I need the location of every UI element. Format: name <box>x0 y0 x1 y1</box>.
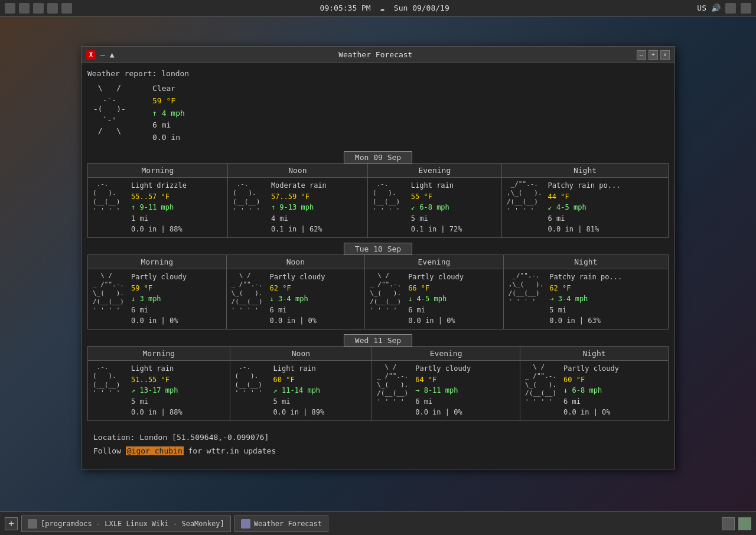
current-visibility: 6 mi <box>152 119 185 132</box>
window-restore-btn[interactable]: + <box>649 50 658 60</box>
app-icon-2[interactable] <box>19 3 30 14</box>
ascii-0-night: _/"".-. ,\_( ). /(__(__) ' ' ' ' <box>507 180 542 215</box>
current-ascii: \ / .-. -( )- `-' / \ <box>93 83 141 136</box>
col-noon-2: Noon <box>230 346 372 360</box>
data-2-evening: Partly cloudy 64 °F → 8-11 mph 6 mi 0.0 … <box>415 363 471 418</box>
col-morning-2: Morning <box>88 346 230 360</box>
cell-1-evening: \ / _ /"".-. \_( ). /(__(__) ' ' ' ' Par… <box>365 269 504 329</box>
window-footer: Location: London [51.509648,-0.099076] F… <box>87 426 669 463</box>
bottom-taskbar: + [programdocs - LXLE Linux Wiki - SeaMo… <box>0 511 756 535</box>
desktop-switcher <box>722 517 751 530</box>
col-night-1: Night <box>503 255 668 269</box>
power-icon[interactable] <box>741 3 751 14</box>
forecast-row-1: \ / _ /"".-. \_( ). /(__(__) ' ' ' ' Par… <box>88 269 669 329</box>
day-label-wrap-0: Mon 09 Sep <box>87 151 669 164</box>
current-wind: ↑ 4 mph <box>152 107 185 120</box>
follow-line: Follow @igor_chubin for wttr.in updates <box>93 444 663 458</box>
top-taskbar: 09:05:35 PM ☁ Sun 09/08/19 US 🔊 <box>0 0 756 17</box>
data-1-evening: Partly cloudy 66 °F ↓ 4-5 mph 6 mi 0.0 i… <box>408 272 464 327</box>
col-morning-1: Morning <box>88 255 227 269</box>
follow-handle[interactable]: @igor_chubin <box>126 446 184 455</box>
app-icon-4[interactable] <box>47 3 58 14</box>
location-text: Location: London [51.509648,-0.099076] <box>93 430 663 444</box>
ascii-1-night: _/"".-. ,\_( ). /(__(__) ' ' ' ' <box>509 272 544 306</box>
desktop-1-btn[interactable] <box>722 517 735 530</box>
top-taskbar-icons <box>5 3 72 14</box>
window-controls: – + × <box>637 50 670 60</box>
cell-0-morning: .-. ( ). (__(__) ' ' ' ' Light drizzle 5… <box>88 177 228 237</box>
current-temp: 59 °F <box>152 95 185 107</box>
data-2-morning: Light rain 51..55 °F ↗ 13-17 mph 5 mi 0.… <box>131 363 183 418</box>
col-noon-0: Noon <box>227 163 367 177</box>
day-section-0: Mon 09 Sep Morning Noon Evening Night <box>87 151 669 238</box>
cell-0-evening: .-. ( ). (__(__) ' ' ' ' Light rain 55 °… <box>367 177 501 237</box>
seamonkey-label: [programdocs - LXLE Linux Wiki - SeaMonk… <box>41 520 224 528</box>
maximize-btn[interactable]: ▲ <box>110 50 115 59</box>
data-2-noon: Light rain 60 °F ↗ 11-14 mph 5 mi 0.0 in… <box>273 363 325 418</box>
ascii-0-morning: .-. ( ). (__(__) ' ' ' ' <box>93 180 125 215</box>
weather-taskbar-btn[interactable]: Weather Forecast <box>234 516 329 532</box>
app-icon-3[interactable] <box>33 3 44 14</box>
window-app-icon: X <box>86 50 96 60</box>
data-1-noon: Partly cloudy 62 °F ↓ 3-4 mph 6 mi 0.0 i… <box>270 272 325 327</box>
network-icon[interactable] <box>725 3 736 14</box>
cell-0-noon: .-. ( ). (__(__) ' ' ' ' Moderate rain 5… <box>227 177 367 237</box>
desktop-2-btn[interactable] <box>738 517 751 530</box>
data-1-morning: Partly cloudy 59 °F ↓ 3 mph 6 mi 0.0 in … <box>131 272 187 327</box>
minimize-btn[interactable]: — <box>100 50 105 59</box>
forecast-table-2: Morning Noon Evening Night .-. ( ). (__(… <box>87 346 669 421</box>
seamonkey-icon <box>28 519 37 529</box>
desktop: X — ▲ Weather Forecast – + × Weather rep… <box>0 17 756 511</box>
day-section-1: Tue 10 Sep Morning Noon Evening Night <box>87 243 669 330</box>
data-0-morning: Light drizzle 55..57 °F ↑ 9-11 mph 1 mi … <box>131 180 187 235</box>
weather-app-icon <box>241 519 250 529</box>
current-precip: 0.0 in <box>152 132 185 144</box>
forecast-table-0: Morning Noon Evening Night .-. ( ). (__(… <box>87 163 669 238</box>
top-right-tray: US 🔊 <box>697 3 751 14</box>
data-2-night: Partly cloudy 60 °F ↓ 6-8 mph 6 mi 0.0 i… <box>563 363 619 418</box>
window-close-btn[interactable]: × <box>660 50 670 60</box>
cell-1-noon: \ / _ /"".-. \_( ). /(__(__) ' ' ' ' Par… <box>226 269 365 329</box>
add-desktop-btn[interactable]: + <box>5 517 18 530</box>
ascii-2-noon: .-. ( ). (__(__) ' ' ' ' <box>235 363 268 398</box>
report-header: Weather report: london <box>87 69 669 78</box>
day-label-1: Tue 10 Sep <box>344 243 412 255</box>
ascii-2-morning: .-. ( ). (__(__) ' ' ' ' <box>93 363 125 398</box>
col-night-2: Night <box>520 346 669 360</box>
ascii-2-night: \ / _ /"".-. \_( ). /(__(__) ' ' ' ' <box>525 363 558 407</box>
app-icon-1[interactable] <box>5 3 15 14</box>
cell-0-night: _/"".-. ,\_( ). /(__(__) ' ' ' ' Patchy … <box>501 177 668 237</box>
ascii-0-evening: .-. ( ). (__(__) ' ' ' ' <box>373 180 405 215</box>
day-label-2: Wed 11 Sep <box>344 334 412 347</box>
window-titlebar: X — ▲ Weather Forecast – + × <box>82 47 674 63</box>
ascii-2-evening: \ / _ /"".-. \_( ). /(__(__) ' ' ' ' <box>377 363 409 407</box>
app-icon-5[interactable] <box>61 3 72 14</box>
col-noon-1: Noon <box>226 255 365 269</box>
forecast-table-1: Morning Noon Evening Night \ / _ /"".-. … <box>87 255 669 330</box>
forecast-row-2: .-. ( ). (__(__) ' ' ' ' Light rain 51..… <box>88 360 669 420</box>
window-minimize-btn[interactable]: – <box>637 50 646 60</box>
col-evening-1: Evening <box>365 255 504 269</box>
window-title: Weather Forecast <box>119 50 632 59</box>
clock-datetime: 09:05:35 PM ☁ Sun 09/08/19 <box>320 4 449 12</box>
seamonkey-taskbar-btn[interactable]: [programdocs - LXLE Linux Wiki - SeaMonk… <box>21 516 231 532</box>
forecast-row-0: .-. ( ). (__(__) ' ' ' ' Light drizzle 5… <box>88 177 669 237</box>
day-label-wrap-2: Wed 11 Sep <box>87 334 669 347</box>
current-condition: Clear <box>152 83 185 95</box>
col-night-0: Night <box>501 163 668 177</box>
current-weather: \ / .-. -( )- `-' / \ Clear 59 °F ↑ 4 mp… <box>87 83 669 144</box>
ascii-1-evening: \ / _ /"".-. \_( ). /(__(__) ' ' ' ' <box>370 272 402 315</box>
weather-label: Weather Forecast <box>254 520 322 528</box>
col-morning-0: Morning <box>88 163 228 177</box>
cell-2-night: \ / _ /"".-. \_( ). /(__(__) ' ' ' ' Par… <box>520 360 669 420</box>
day-section-2: Wed 11 Sep Morning Noon Evening Night <box>87 334 669 421</box>
data-1-night: Patchy rain po... 62 °F → 3-4 mph 5 mi 0… <box>549 272 622 327</box>
day-label-0: Mon 09 Sep <box>344 151 412 164</box>
data-0-night: Patchy rain po... 44 °F ↙ 4-5 mph 6 mi 0… <box>548 180 621 235</box>
weather-forecast-window: X — ▲ Weather Forecast – + × Weather rep… <box>81 46 675 469</box>
ascii-1-noon: \ / _ /"".-. \_( ). /(__(__) ' ' ' ' <box>232 272 264 315</box>
ascii-0-noon: .-. ( ). (__(__) ' ' ' ' <box>233 180 265 215</box>
volume-icon[interactable]: 🔊 <box>711 4 721 12</box>
data-0-noon: Moderate rain 57..59 °F ↑ 9-13 mph 4 mi … <box>271 180 327 235</box>
lang-indicator: US <box>697 4 706 12</box>
